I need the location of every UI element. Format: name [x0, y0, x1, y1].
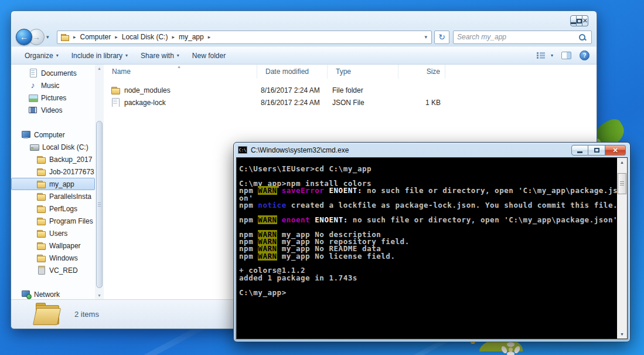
sidebar-item-windows[interactable]: Windows	[11, 252, 95, 264]
console-line: C:\my_app>	[239, 289, 617, 296]
folder-icon	[36, 155, 46, 164]
search-input[interactable]	[457, 32, 576, 43]
scrollbar-thumb[interactable]	[96, 121, 103, 288]
console-line: C:\Users\IEUser>cd C:\my_app	[239, 165, 617, 173]
sidebar-item-documents[interactable]: Documents	[11, 67, 95, 79]
console-text-segment: notice	[258, 201, 286, 209]
sidebar-item-users[interactable]: Users	[11, 227, 95, 239]
column-header-type[interactable]: Type	[328, 65, 398, 79]
sidebar-item-wallpaper[interactable]: Wallpaper	[11, 239, 95, 252]
folder-icon	[36, 217, 46, 225]
scroll-down-icon[interactable]: ▼	[95, 292, 104, 299]
sidebar-item-parallelsinsta[interactable]: ParallelsInsta	[11, 190, 95, 202]
commandbar-item-include-in-library[interactable]: Include in library▾	[65, 49, 134, 62]
help-button[interactable]: ?	[580, 50, 590, 60]
scrollbar-thumb[interactable]	[618, 173, 626, 194]
console-text-segment: added 1 package in 1.743s	[239, 273, 357, 282]
sidebar-item-computer[interactable]: Computer	[11, 129, 95, 141]
console-text-segment: enoent	[282, 215, 310, 224]
cmd-titlebar[interactable]: C:\ C:\Windows\system32\cmd.exe ✕	[234, 143, 630, 157]
close-button[interactable]: ✕	[605, 145, 626, 155]
sidebar-item-videos[interactable]: Videos	[11, 104, 95, 116]
sidebar-item-pictures[interactable]: Pictures	[11, 92, 95, 104]
maximize-button[interactable]	[577, 15, 582, 26]
folder-icon	[36, 180, 46, 188]
item-count: 2 items	[74, 310, 99, 319]
console-text-segment: ENOENT:	[315, 215, 348, 224]
sidebar-item-label: PerfLogs	[49, 205, 77, 213]
console-line: added 1 package in 1.743s	[239, 275, 617, 282]
console-line: npm notice created a lockfile as package…	[239, 202, 617, 209]
sidebar-item-program-files[interactable]: Program Files	[11, 215, 95, 227]
console-line: npm WARN my_app No license field.	[239, 253, 617, 260]
column-header-date-modified[interactable]: Date modified	[257, 65, 328, 79]
folder-icon	[36, 229, 46, 238]
breadcrumb: ▸Computer▸Local Disk (C:)▸my_app▸	[69, 33, 214, 41]
scroll-down-icon[interactable]: ▼	[617, 330, 627, 339]
console-line: npm WARN enoent ENOENT: no such file or …	[239, 217, 617, 224]
preview-pane-button[interactable]	[561, 52, 571, 59]
maximize-button[interactable]	[588, 145, 605, 155]
console-scrollbar[interactable]: ▲ ▼	[617, 158, 627, 339]
navigation-pane: Documents♪MusicPicturesVideosComputerLoc…	[11, 65, 104, 299]
console-output[interactable]: C:\Users\IEUser>cd C:\my_app C:\my_app>n…	[237, 158, 617, 339]
console-text-segment: ENOENT:	[329, 186, 362, 195]
console-line: npm WARN saveError ENOENT: no such file …	[239, 187, 617, 194]
file-type-cell: JSON File	[328, 99, 398, 107]
minimize-button[interactable]	[571, 145, 588, 155]
sidebar-item-label: Program Files	[49, 217, 93, 225]
sidebar-scrollbar[interactable]: ▲ ▼	[95, 65, 104, 299]
console-text-segment: WARN	[258, 186, 277, 195]
refresh-icon: ↻	[438, 32, 445, 42]
doc-icon	[28, 69, 38, 77]
chevron-down-icon: ▾	[551, 53, 553, 58]
explorer-navbar: ← → ▾ ▸Computer▸Local Disk (C:)▸my_app▸ …	[11, 28, 597, 46]
sidebar-item-perflogs[interactable]: PerfLogs	[11, 202, 95, 215]
sidebar-item-backup-2017[interactable]: Backup_2017	[11, 153, 95, 165]
commandbar-item-organize[interactable]: Organize▾	[18, 49, 65, 62]
minimize-button[interactable]	[570, 15, 577, 26]
sidebar-item-label: Backup_2017	[49, 155, 92, 164]
sidebar-item-label: Videos	[41, 106, 62, 114]
file-row-node-modules[interactable]: node_modules8/16/2017 2:24 AMFile folder	[104, 84, 597, 96]
back-icon: ←	[20, 32, 28, 42]
breadcrumb-item-computer[interactable]: Computer	[80, 33, 111, 41]
sidebar-item-music[interactable]: ♪Music	[11, 79, 95, 92]
pictures-icon	[28, 93, 38, 102]
console-text-segment: my_app No license field.	[277, 252, 396, 261]
column-header-size[interactable]: Size	[398, 65, 445, 79]
sidebar-item-job-20177673[interactable]: Job-20177673	[11, 165, 95, 178]
sidebar-item-network[interactable]: Network	[11, 288, 95, 299]
chevron-down-icon: ▾	[125, 53, 128, 58]
maximize-icon	[577, 19, 582, 23]
maximize-icon	[594, 148, 599, 153]
change-view-button[interactable]: ▾	[537, 52, 553, 59]
back-button[interactable]: ←	[16, 29, 32, 45]
breadcrumb-item-local-disk-c[interactable]: Local Disk (C:)	[122, 33, 168, 41]
sidebar-item-local-disk-c[interactable]: Local Disk (C:)	[11, 141, 95, 153]
explorer-titlebar[interactable]: ✕	[11, 11, 597, 28]
commandbar-item-share-with[interactable]: Share with▾	[134, 49, 186, 62]
scroll-up-icon[interactable]: ▲	[95, 65, 104, 72]
breadcrumb-item-my-app[interactable]: my_app	[179, 33, 204, 41]
console-line	[239, 282, 617, 289]
refresh-button[interactable]: ↻	[434, 31, 449, 44]
address-bar[interactable]: ▸Computer▸Local Disk (C:)▸my_app▸ ▾	[57, 31, 432, 44]
close-button[interactable]: ✕	[582, 15, 588, 26]
sidebar-item-vc-red[interactable]: VC_RED	[11, 264, 95, 276]
address-dropdown-icon[interactable]: ▾	[424, 34, 427, 40]
recent-pages-dropdown[interactable]: ▾	[46, 34, 49, 40]
breadcrumb-separator: ▸	[69, 34, 80, 40]
folder-icon	[35, 303, 62, 326]
commandbar-item-label: Include in library	[71, 52, 122, 60]
console-text-segment: C:\Users\IEUser>cd C:\my_app	[239, 164, 372, 173]
column-headers: ▲ Name Date modified Type Size	[104, 65, 597, 79]
file-row-package-lock[interactable]: package-lock8/16/2017 2:24 AMJSON File1 …	[104, 96, 597, 109]
commandbar-item-new-folder[interactable]: New folder	[186, 49, 232, 62]
console-text-segment: WARN	[258, 252, 277, 261]
scroll-up-icon[interactable]: ▲	[617, 158, 627, 167]
sidebar-item-my-app[interactable]: my_app	[11, 178, 95, 190]
search-icon[interactable]	[578, 33, 587, 42]
breadcrumb-separator: ▸	[111, 34, 122, 40]
sidebar-item-label: Network	[34, 290, 60, 299]
